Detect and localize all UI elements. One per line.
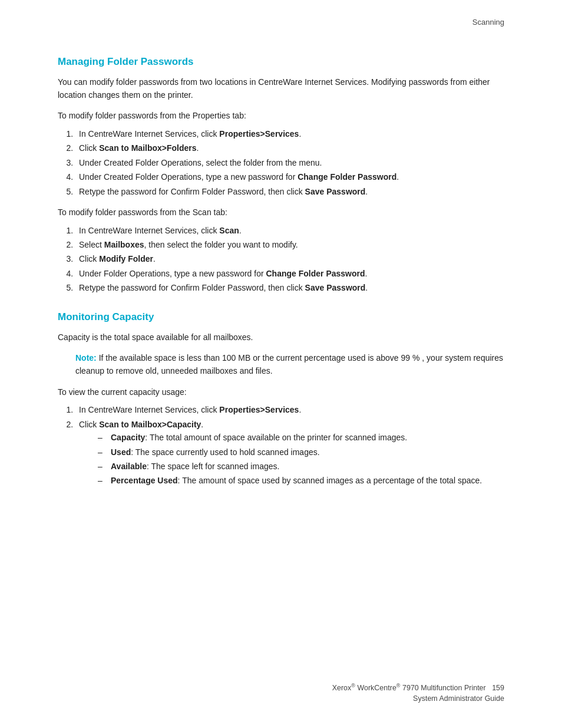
list-item: In CentreWare Internet Services, click S… xyxy=(75,224,504,237)
bold-text: Properties>Services xyxy=(219,405,299,414)
bold-text: Save Password xyxy=(305,283,366,292)
list-item: In CentreWare Internet Services, click P… xyxy=(75,403,504,416)
section1-properties-tab-intro: To modify folder passwords from the Prop… xyxy=(58,110,504,123)
footer-guide-name: System Administrator Guide xyxy=(413,694,504,703)
bold-text: Change Folder Password xyxy=(266,269,365,278)
list-item: Retype the password for Confirm Folder P… xyxy=(75,281,504,294)
page-footer: Xerox® WorkCentre® 7970 Multifunction Pr… xyxy=(332,681,504,704)
list-item: Select Mailboxes, then select the folder… xyxy=(75,238,504,251)
list-item: Click Scan to Mailbox>Capacity. Capacity… xyxy=(75,418,504,487)
list-item: Under Created Folder Operations, select … xyxy=(75,156,504,169)
list-item: Click Modify Folder. xyxy=(75,252,504,265)
list-item: Click Scan to Mailbox>Folders. xyxy=(75,141,504,154)
section-managing-folder-passwords: Managing Folder Passwords You can modify… xyxy=(58,56,504,295)
list-item: Retype the password for Confirm Folder P… xyxy=(75,185,504,198)
sub-list-item: Capacity: The total amount of space avai… xyxy=(108,431,504,444)
note-box: Note: If the available space is less tha… xyxy=(75,352,504,377)
section-monitoring-capacity: Monitoring Capacity Capacity is the tota… xyxy=(58,311,504,487)
page-header: Scanning xyxy=(58,18,504,27)
note-text: If the available space is less than 100 … xyxy=(75,353,503,375)
section2-capacity-steps-list: In CentreWare Internet Services, click P… xyxy=(75,403,504,487)
sub-list-item: Used: The space currently used to hold s… xyxy=(108,446,504,459)
bold-text: Capacity xyxy=(111,433,145,442)
footer-product-line: Xerox® WorkCentre® 7970 Multifunction Pr… xyxy=(332,684,504,692)
section1-scan-tab-intro: To modify folder passwords from the Scan… xyxy=(58,206,504,219)
page-number: 159 xyxy=(492,684,504,692)
bold-text: Percentage Used xyxy=(111,476,178,485)
bold-text: Scan to Mailbox>Folders xyxy=(99,143,196,153)
note-label: Note: xyxy=(75,353,97,363)
bold-text: Mailboxes xyxy=(104,240,144,249)
list-item: In CentreWare Internet Services, click P… xyxy=(75,127,504,140)
section2-title: Monitoring Capacity xyxy=(58,311,504,323)
bold-text: Available xyxy=(111,462,147,471)
bold-text: Change Folder Password xyxy=(297,172,396,182)
sub-list-item: Available: The space left for scanned im… xyxy=(108,460,504,473)
capacity-sub-list: Capacity: The total amount of space avai… xyxy=(108,431,504,487)
bold-text: Modify Folder xyxy=(99,254,153,263)
section2-intro: Capacity is the total space available fo… xyxy=(58,331,504,344)
bold-text: Save Password xyxy=(305,187,366,196)
section1-scan-steps-list: In CentreWare Internet Services, click S… xyxy=(75,224,504,295)
bold-text: Properties>Services xyxy=(219,129,299,139)
bold-text: Used xyxy=(111,447,131,457)
list-item: Under Folder Operations, type a new pass… xyxy=(75,267,504,280)
bold-text: Scan to Mailbox>Capacity xyxy=(99,420,201,429)
section1-title: Managing Folder Passwords xyxy=(58,56,504,68)
header-scanning-label: Scanning xyxy=(472,18,504,27)
sub-list-item: Percentage Used: The amount of space use… xyxy=(108,474,504,487)
page-container: Scanning Managing Folder Passwords You c… xyxy=(0,0,562,728)
section1-intro: You can modify folder passwords from two… xyxy=(58,76,504,101)
bold-text: Scan xyxy=(219,226,239,235)
section2-capacity-intro: To view the current capacity usage: xyxy=(58,386,504,399)
section1-properties-steps-list: In CentreWare Internet Services, click P… xyxy=(75,127,504,198)
list-item: Under Created Folder Operations, type a … xyxy=(75,170,504,183)
